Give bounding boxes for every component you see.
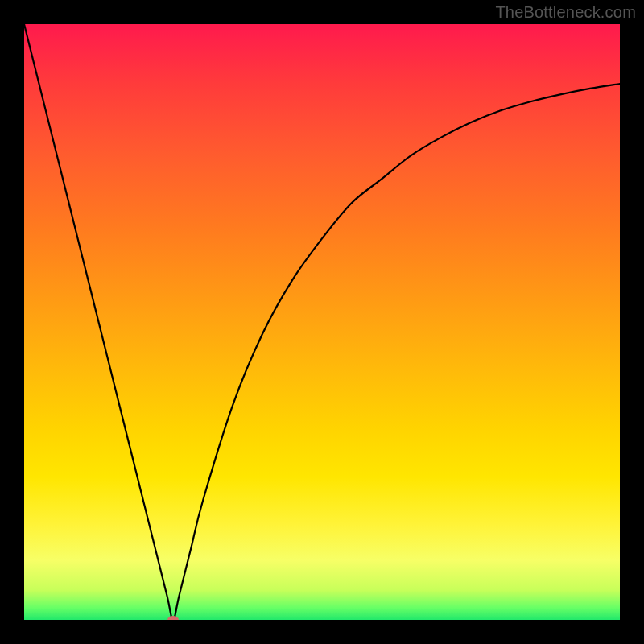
chart-frame: TheBottleneck.com [0, 0, 644, 644]
bottleneck-curve [24, 24, 620, 620]
watermark-text: TheBottleneck.com [495, 3, 636, 22]
plot-area [24, 24, 620, 620]
minimum-marker [167, 616, 179, 620]
